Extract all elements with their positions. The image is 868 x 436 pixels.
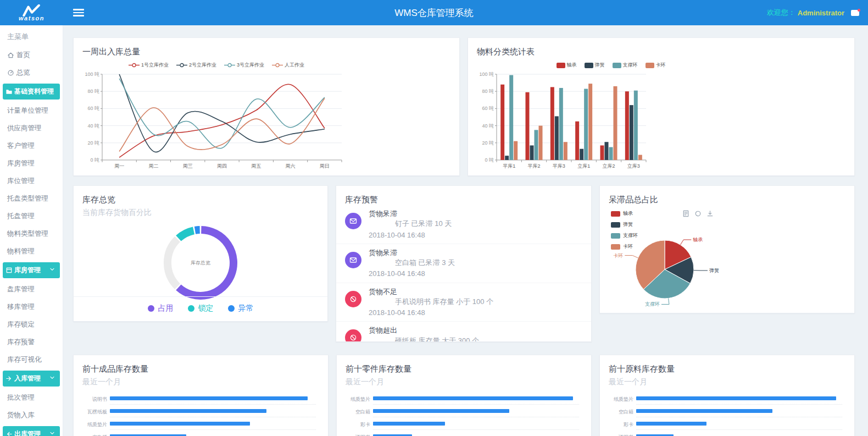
sidebar-item-批次管理[interactable]: 批次管理 (0, 389, 63, 406)
alert-row[interactable]: 货物呆滞空白箱 已呆滞 3 天2018-10-04 16:48 (336, 244, 591, 283)
overview-icon (7, 69, 14, 76)
sidebar-item-移库管理[interactable]: 移库管理 (0, 298, 63, 316)
ban-icon (345, 291, 361, 307)
sidebar-item-托盘管理[interactable]: 托盘管理 (0, 207, 63, 225)
outbound-arrow-icon (5, 431, 13, 436)
hbar-separator (110, 429, 316, 430)
hbar-bar-空白箱 (636, 409, 772, 413)
sidebar-item-首页[interactable]: 首页 (0, 46, 63, 64)
username[interactable]: Administrator (798, 9, 844, 17)
card-title: 库存预警 (336, 186, 591, 205)
ban-icon (349, 334, 357, 341)
bar-支撑环-平库1 (509, 75, 513, 160)
legend-item-弹簧[interactable]: 弹簧 (585, 62, 605, 69)
pie-chart-svg: 轴承弹簧支撑环卡环 (600, 220, 842, 311)
svg-text:60 吨: 60 吨 (87, 106, 99, 111)
chevron-down-icon (49, 430, 55, 436)
svg-text:60 吨: 60 吨 (482, 106, 494, 111)
menu-toggle-button[interactable] (73, 7, 84, 18)
sidebar-item-客户管理[interactable]: 客户管理 (0, 137, 63, 154)
legend-item-卡环[interactable]: 卡环 (646, 62, 666, 69)
sidebar-item-库存锁定[interactable]: 库存锁定 (0, 316, 63, 333)
chart-toolbox (682, 210, 714, 217)
hbar-track (373, 420, 579, 433)
sidebar-item-库存可视化[interactable]: 库存可视化 (0, 351, 63, 368)
sidebar-item-库位管理[interactable]: 库位管理 (0, 172, 63, 190)
sidebar-item-库存预警[interactable]: 库存预警 (0, 333, 63, 351)
svg-text:周五: 周五 (251, 163, 261, 169)
svg-text:周一: 周一 (114, 163, 124, 169)
bar-轴承-平库1 (500, 85, 504, 160)
hbar-separator (636, 429, 842, 430)
alert-row[interactable]: 货物呆滞钉子 已呆滞 10 天2018-10-04 16:48 (336, 205, 591, 244)
bar-chart-legend: 轴承弹簧支撑环卡环 (468, 62, 754, 69)
sidebar-item-库房管理[interactable]: 库房管理 (3, 262, 60, 278)
hbar-row-纸质垫片: 纸质垫片 (608, 395, 842, 407)
legend-item-3号立库作业[interactable]: 3号立库作业 (224, 62, 264, 69)
sidebar-item-物料管理[interactable]: 物料管理 (0, 242, 63, 260)
bar-支撑环-立库2 (609, 147, 613, 160)
svg-text:立库1: 立库1 (577, 163, 590, 169)
hbar-separator (373, 429, 579, 430)
chevron-down-icon (49, 266, 55, 273)
sidebar-item-物料类型管理[interactable]: 物料类型管理 (0, 225, 63, 242)
card-subtitle: 最近一个月 (74, 374, 328, 387)
sidebar-item-入库管理[interactable]: 入库管理 (3, 371, 60, 387)
sidebar-item-托盘类型管理[interactable]: 托盘类型管理 (0, 190, 63, 207)
hbar-label: 纸质垫片 (344, 395, 373, 403)
download-icon[interactable] (706, 210, 714, 217)
refresh-icon (694, 210, 702, 217)
card-title: 一周出入库总量 (74, 38, 459, 57)
donut-slice-锁定 (179, 230, 194, 238)
bar-卡环-立库3 (638, 155, 642, 160)
bar-轴承-立库1 (575, 122, 579, 160)
hbar-track (110, 433, 316, 436)
alert-row[interactable]: 货物超出硬纸板 库存量 大于 300 个2018-10-04 16:48 (336, 322, 591, 342)
legend-item-占用[interactable]: 占用 (148, 303, 174, 313)
hbar-label: 空白箱 (608, 407, 636, 416)
sidebar-item-库房管理[interactable]: 库房管理 (0, 154, 63, 172)
main-content: 一周出入库总量 1号立库作业2号立库作业3号立库作业人工作业 0 吨20 吨40… (63, 25, 868, 436)
legend-item-锁定[interactable]: 锁定 (188, 303, 214, 313)
svg-text:80 吨: 80 吨 (482, 89, 494, 94)
bar-弹簧-平库3 (555, 116, 559, 160)
legend-item-2号立库作业[interactable]: 2号立库作业 (176, 62, 216, 69)
message-icon[interactable] (851, 10, 859, 16)
alert-row[interactable]: 货物不足手机说明书 库存量 小于 100 个2018-10-04 16:48 (336, 283, 591, 322)
alert-timestamp: 2018-10-04 16:48 (369, 308, 582, 317)
alert-title: 货物呆滞 (369, 249, 582, 257)
sidebar-item-货物入库[interactable]: 货物入库 (0, 406, 63, 424)
sidebar-item-总览[interactable]: 总览 (0, 64, 63, 81)
legend-item-异常[interactable]: 异常 (228, 303, 254, 313)
legend-item-人工作业[interactable]: 人工作业 (272, 62, 304, 69)
sidebar-item-出库管理[interactable]: 出库管理 (3, 426, 60, 436)
refresh-icon[interactable] (694, 210, 702, 217)
donut-slice-异常 (195, 230, 200, 230)
bar-弹簧-平库2 (530, 145, 534, 160)
sidebar-item-盘库管理[interactable]: 盘库管理 (0, 280, 63, 298)
legend-item-支撑环[interactable]: 支撑环 (613, 62, 638, 69)
bar-卡环-平库2 (539, 126, 543, 160)
hbar-separator (110, 417, 316, 417)
sidebar-section-label: 主菜单 (0, 25, 63, 46)
legend-item-1号立库作业[interactable]: 1号立库作业 (129, 62, 169, 69)
folder-icon (5, 88, 13, 95)
hbar-label: 空白箱 (344, 407, 373, 416)
hbar-row-纸质垫片: 纸质垫片 (344, 395, 579, 407)
sidebar-item-计量单位管理[interactable]: 计量单位管理 (0, 102, 63, 119)
legend-item-轴承[interactable]: 轴承 (557, 62, 577, 69)
svg-text:库存总览: 库存总览 (191, 260, 210, 266)
logo-text: watson (19, 15, 44, 21)
hbar-bar-纸质垫片 (636, 396, 836, 400)
ban-icon (349, 295, 357, 303)
download-icon (706, 210, 714, 217)
card-title: 库存总览 (74, 186, 327, 205)
page-title: WMS仓库管理系统 (394, 7, 474, 19)
sidebar-item-供应商管理[interactable]: 供应商管理 (0, 119, 63, 137)
sidebar-item-基础资料管理[interactable]: 基础资料管理 (3, 84, 60, 100)
hbar-track (636, 407, 842, 420)
legend-item-轴承[interactable]: 轴承 (611, 210, 638, 217)
data-view-icon[interactable] (682, 210, 689, 217)
hbar-row-空白箱: 空白箱 (608, 407, 842, 420)
bar-卡环-平库1 (514, 141, 518, 160)
